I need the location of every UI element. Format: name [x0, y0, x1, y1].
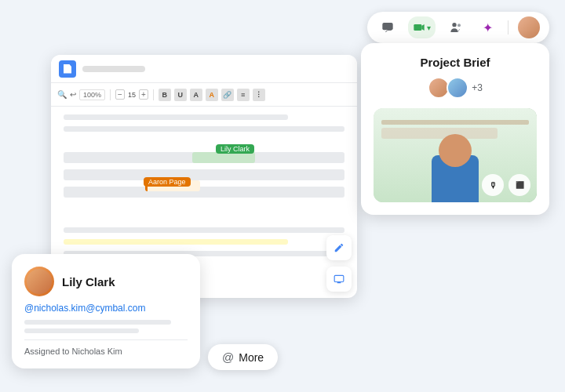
screen-btn[interactable]: ⬛: [508, 174, 530, 196]
more-btn-toolbar[interactable]: ⋮: [253, 89, 265, 101]
search-icon[interactable]: 🔍: [57, 90, 67, 99]
avatar-2: [447, 77, 468, 99]
svg-point-3: [457, 24, 461, 27]
project-avatars: +3: [374, 77, 537, 99]
user-card-name: Lily Clark: [62, 275, 115, 289]
gantt-row2: [64, 169, 344, 180]
svg-point-2: [452, 23, 456, 27]
meet-toolbar: ▾ ✦: [367, 12, 549, 43]
avatar-count: +3: [472, 82, 483, 93]
svg-rect-1: [414, 24, 421, 31]
video-thumbnail: 🎙 ⬛: [374, 108, 537, 202]
font-size: 15: [128, 91, 136, 99]
toolbar-divider2: [153, 89, 154, 100]
user-line-2: [24, 328, 139, 333]
cam-dropdown[interactable]: ▾: [427, 24, 431, 32]
highlight-btn[interactable]: A: [206, 89, 218, 101]
bold-btn[interactable]: B: [159, 89, 171, 101]
svg-rect-0: [382, 23, 392, 30]
minus-btn[interactable]: −: [115, 89, 125, 100]
user-card-lines: [24, 320, 188, 333]
aaron-label: Aaron Page: [144, 177, 191, 187]
lily-label: Lily Clark: [216, 144, 254, 154]
toolbar-divider: [110, 89, 111, 100]
video-controls: 🎙 ⬛: [482, 174, 530, 196]
doc-line: [64, 126, 344, 132]
undo-icon[interactable]: ↩: [70, 90, 76, 99]
doc-line-b1: [64, 227, 344, 233]
docs-header: [51, 55, 357, 83]
user-avatar-toolbar[interactable]: [518, 16, 540, 38]
side-icons: [326, 235, 352, 292]
zoom-level[interactable]: 100%: [79, 89, 105, 100]
docs-body: [51, 107, 357, 146]
project-panel: Project Brief +3 🎙 ⬛: [361, 43, 549, 215]
lily-bar: [192, 152, 255, 163]
docs-title: [82, 66, 145, 72]
doc-line-b2: [64, 239, 288, 245]
user-card-email[interactable]: @nicholas.kim@cymbal.com: [24, 303, 188, 314]
user-card-divider: [24, 339, 188, 340]
font-color-btn[interactable]: A: [190, 89, 202, 101]
comment-btn[interactable]: ≡: [237, 89, 250, 101]
doc-line: [64, 114, 288, 120]
at-symbol: @: [222, 350, 234, 364]
people-btn[interactable]: [445, 16, 467, 38]
plus-btn[interactable]: +: [139, 89, 148, 100]
user-card-avatar: [24, 267, 54, 296]
edit-icon-btn[interactable]: [326, 235, 352, 260]
mic-btn[interactable]: 🎙: [482, 174, 504, 196]
underline-btn[interactable]: U: [174, 89, 187, 101]
user-card: Lily Clark @nicholas.kim@cymbal.com Assi…: [12, 254, 200, 368]
toolbar-divider: [508, 20, 508, 34]
sparkle-btn[interactable]: ✦: [476, 16, 498, 38]
svg-rect-4: [334, 275, 344, 281]
more-button[interactable]: @ More: [208, 344, 278, 370]
user-assigned-label: Assigned to Nicholas Kim: [24, 347, 188, 356]
present-icon-btn[interactable]: [326, 267, 352, 292]
gantt-row3: [64, 187, 344, 198]
project-title: Project Brief: [374, 56, 537, 69]
camera-btn[interactable]: ▾: [408, 16, 436, 38]
link-btn[interactable]: 🔗: [221, 89, 234, 101]
more-label: More: [239, 351, 264, 364]
gantt-area: Lily Clark Aaron Page: [51, 146, 357, 224]
user-card-header: Lily Clark: [24, 267, 188, 296]
docs-toolbar: 🔍 ↩ 100% − 15 + B U A A 🔗 ≡ ⋮: [51, 83, 357, 107]
chat-btn[interactable]: [377, 16, 399, 38]
docs-icon: [59, 60, 76, 78]
user-line-1: [24, 320, 171, 325]
